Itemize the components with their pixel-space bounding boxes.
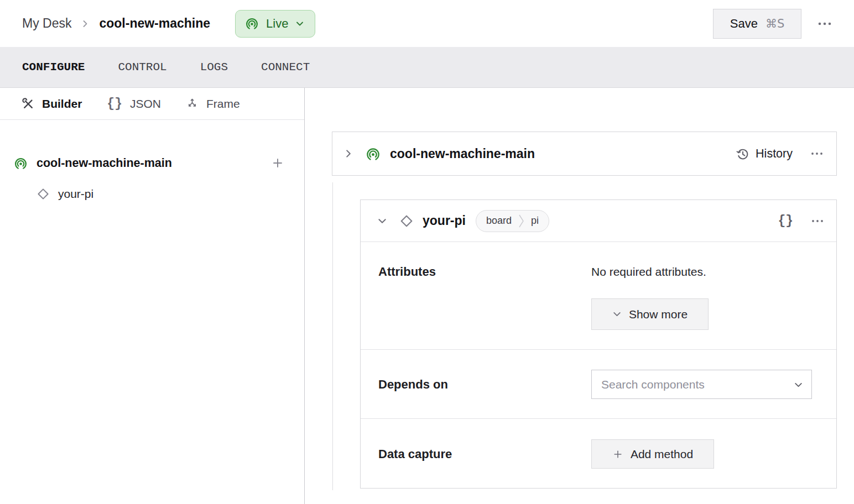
component-diamond-icon [37, 187, 50, 201]
component-diamond-icon [399, 214, 414, 228]
depends-on-select[interactable] [591, 370, 812, 399]
data-capture-section: Data capture Add method [361, 419, 836, 488]
chevron-right-icon [343, 149, 353, 159]
data-capture-body: Add method [591, 439, 714, 488]
data-capture-label: Data capture [378, 439, 591, 488]
search-components-input[interactable] [591, 370, 812, 399]
component-card-menu-button[interactable] [811, 217, 824, 225]
plus-icon [612, 449, 623, 460]
history-icon [736, 147, 749, 161]
add-method-label: Add method [631, 448, 693, 461]
tab-connect[interactable]: CONNECT [261, 61, 310, 74]
component-card-title: your-pi [423, 213, 466, 228]
breadcrumb-parent-link[interactable]: My Desk [22, 16, 71, 31]
mode-frame-label: Frame [206, 97, 240, 111]
view-mode-bar: Builder {} JSON Frame [0, 88, 304, 120]
component-card-collapse-toggle[interactable] [377, 216, 387, 226]
machine-broadcast-icon [14, 156, 28, 170]
machine-status-dropdown[interactable]: Live [235, 10, 315, 38]
add-method-button[interactable]: Add method [591, 439, 714, 469]
tree-item-machine-part[interactable]: cool-new-machine-main [0, 148, 304, 179]
top-header: My Desk cool-new-machine Live Save [0, 0, 854, 47]
chevron-down-icon [377, 216, 387, 226]
show-more-label: Show more [629, 308, 688, 321]
machine-card-collapse-toggle[interactable] [343, 149, 353, 159]
mode-builder-label: Builder [42, 97, 82, 111]
attributes-label: Attributes [378, 264, 591, 349]
machine-broadcast-icon [366, 146, 381, 161]
history-button[interactable]: History [736, 147, 793, 161]
tab-configure[interactable]: CONFIGURE [22, 61, 85, 74]
ellipsis-icon [811, 151, 823, 156]
depends-on-label: Depends on [378, 370, 591, 418]
mode-json[interactable]: {} JSON [107, 97, 161, 111]
mode-frame[interactable]: Frame [186, 97, 240, 111]
save-label: Save [730, 17, 758, 31]
machine-part-name: cool-new-machine-main [37, 156, 172, 170]
machine-part-tree: cool-new-machine-main your-pi [0, 120, 304, 209]
attributes-empty-text: No required attributes. [591, 264, 709, 280]
chevron-right-icon [81, 19, 90, 28]
chevron-down-icon [295, 19, 304, 28]
show-more-button[interactable]: Show more [591, 298, 709, 330]
history-label: History [756, 147, 793, 161]
ellipsis-icon [811, 219, 824, 223]
chevron-down-icon [612, 309, 622, 319]
frame-axes-icon [186, 97, 199, 110]
component-card: your-pi board pi {} [360, 200, 837, 489]
component-card-actions: {} [778, 214, 824, 228]
depends-on-section: Depends on [361, 350, 836, 419]
ellipsis-icon [817, 21, 832, 27]
tree-item-component[interactable]: your-pi [0, 179, 304, 209]
component-type-badge: board pi [476, 210, 549, 232]
main-tab-bar: CONFIGURE CONTROL LOGS CONNECT [0, 47, 854, 88]
machine-card-actions: History [736, 147, 823, 161]
sidebar: Builder {} JSON Frame [0, 88, 305, 504]
header-more-menu-button[interactable] [816, 18, 833, 30]
braces-icon: {} [778, 214, 793, 228]
tab-control[interactable]: CONTROL [118, 61, 166, 74]
mode-builder[interactable]: Builder [22, 97, 82, 111]
component-name: your-pi [58, 187, 93, 201]
machine-part-card: cool-new-machine-main History [332, 132, 837, 176]
breadcrumb-current-machine: cool-new-machine [99, 16, 210, 31]
tools-icon [22, 98, 34, 110]
live-status-label: Live [266, 17, 288, 31]
tab-logs[interactable]: LOGS [200, 61, 228, 74]
app-root: My Desk cool-new-machine Live Save [0, 0, 854, 504]
save-button[interactable]: Save ⌘S [713, 9, 801, 39]
tree-connector-line [332, 182, 333, 490]
machine-card-menu-button[interactable] [811, 149, 823, 158]
depends-on-body [591, 370, 812, 418]
view-component-json-button[interactable]: {} [778, 214, 793, 228]
add-component-button[interactable] [271, 156, 284, 170]
live-broadcast-icon [245, 17, 259, 30]
attributes-body: No required attributes. Show more [591, 264, 709, 349]
braces-icon: {} [107, 97, 122, 111]
component-type: board [486, 215, 512, 227]
component-card-header: your-pi board pi {} [361, 200, 836, 242]
attributes-section: Attributes No required attributes. Show … [361, 242, 836, 350]
mode-json-label: JSON [130, 97, 161, 111]
component-model: pi [531, 215, 539, 227]
header-actions: Save ⌘S [713, 9, 833, 39]
breadcrumb: My Desk cool-new-machine [22, 16, 210, 31]
badge-separator-icon [518, 214, 524, 228]
plus-icon [271, 156, 284, 170]
content-area: Builder {} JSON Frame [0, 88, 854, 504]
save-shortcut: ⌘S [766, 17, 784, 30]
config-main: cool-new-machine-main History [305, 88, 854, 504]
machine-card-title: cool-new-machine-main [390, 146, 535, 161]
